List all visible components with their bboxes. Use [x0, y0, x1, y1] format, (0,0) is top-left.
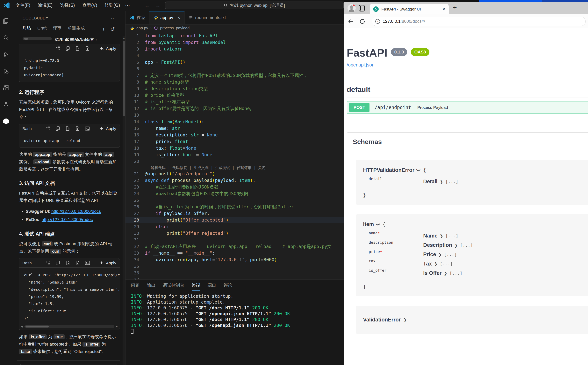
tab-problems[interactable]: 问题	[131, 282, 139, 291]
menu-goto[interactable]: 转到(G)	[102, 1, 122, 9]
menu-edit[interactable]: 编辑(E)	[35, 1, 55, 9]
save-file-icon[interactable]	[85, 46, 90, 51]
insert-into-file-icon[interactable]	[45, 126, 51, 131]
tab-chat[interactable]: 对话	[22, 25, 31, 33]
code-editor[interactable]: 1from fastapi import FastAPI2from pydant…	[125, 32, 344, 280]
panel-scrollbar[interactable]: ▲	[123, 36, 125, 365]
chevron-down-icon[interactable]: ❯	[417, 168, 421, 172]
code-line[interactable]: 32# 启动FastAPI应用程序 uvicorn app:app --relo…	[125, 243, 344, 250]
tag-default[interactable]: default	[347, 85, 588, 94]
hyperlink[interactable]: http://127.0.0.1:8000/docs	[51, 209, 101, 214]
code-line[interactable]: 30 print("Offer rejected")	[125, 230, 344, 237]
chevron-right-icon[interactable]: ❯	[444, 271, 447, 275]
code-line[interactable]: 33if __name__ == "__main__":	[125, 250, 344, 256]
code-line[interactable]: 8# name string类型	[125, 79, 344, 85]
tab-terminal[interactable]: 终端	[192, 282, 200, 291]
run-debug-icon[interactable]	[0, 65, 12, 77]
code-line[interactable]: 9# description string类型	[125, 85, 344, 92]
chevron-right-icon[interactable]: ❯	[438, 253, 442, 257]
breadcrumb[interactable]: app.py › process_payload	[125, 24, 344, 32]
insert-into-file-icon[interactable]	[55, 46, 60, 51]
source-control-icon[interactable]	[0, 49, 12, 60]
code-line[interactable]: 11# is_offer布尔类型	[125, 98, 344, 105]
menu-more-icon[interactable]: ⋯	[122, 2, 133, 8]
tab-output[interactable]: 输出	[147, 282, 155, 291]
apply-button[interactable]: Apply	[100, 261, 116, 265]
code-line[interactable]: 16 description: str = None	[125, 132, 344, 138]
code-line[interactable]: 2from pydantic import BaseModel	[125, 39, 344, 46]
close-tab-icon[interactable]: ×	[177, 15, 180, 21]
codebuddy-icon[interactable]	[0, 115, 12, 127]
run-in-terminal-icon[interactable]	[85, 260, 90, 266]
scroll-up-icon[interactable]: ▲	[123, 36, 125, 39]
collapsed-detail[interactable]: [...]	[445, 179, 458, 184]
collapsed-detail[interactable]: [...]	[445, 233, 458, 238]
code-line[interactable]: 5app = FastAPI()	[125, 59, 344, 65]
tab-debug-console[interactable]: 调试控制台	[163, 282, 184, 291]
code-line[interactable]: 3import uvicorn	[125, 46, 344, 52]
new-chat-icon[interactable]: +	[102, 26, 105, 32]
hyperlink[interactable]: http://127.0.0.1:8000/redoc	[42, 217, 93, 222]
code-line[interactable]: 4	[125, 52, 344, 59]
codelens-actions[interactable]: 解释代码 | 代码修复 | 生成文档 | 生成测试 | 代码评审 | 关闭	[125, 165, 344, 170]
tab-ports[interactable]: 端口	[208, 282, 216, 291]
extensions-icon[interactable]	[0, 82, 12, 94]
chevron-right-icon[interactable]: ❯	[440, 180, 443, 184]
code-line[interactable]: 28 print("Offer accepted")	[125, 217, 344, 223]
refresh-icon[interactable]	[359, 18, 365, 24]
code-line[interactable]: 26 #当is_offer为true的时候，打印接受offer，否则打印拒绝of…	[125, 204, 344, 210]
collapsed-detail[interactable]: [...]	[440, 261, 453, 266]
scroll-right-icon[interactable]: ▶	[116, 325, 118, 328]
save-file-icon[interactable]	[75, 260, 80, 266]
code-line[interactable]: 6	[125, 65, 344, 72]
save-file-icon[interactable]	[75, 126, 80, 131]
site-info-icon[interactable]: i	[375, 19, 380, 24]
copy-icon[interactable]	[65, 46, 70, 51]
explorer-icon[interactable]	[0, 15, 12, 27]
code-line[interactable]: 17 price: float	[125, 138, 344, 145]
terminal-output[interactable]: INFO: Waiting for application startup.IN…	[125, 291, 344, 335]
workspaces-icon[interactable]	[359, 5, 365, 12]
chevron-right-icon[interactable]: ❯	[434, 262, 438, 266]
code-line[interactable]: 18 tax: float=None	[125, 145, 344, 151]
code-line[interactable]: 21@app.post("/api/endpoint")	[125, 170, 344, 177]
run-in-terminal-icon[interactable]	[85, 126, 90, 131]
search-sidebar-icon[interactable]	[0, 32, 12, 43]
tab-app-py[interactable]: app.py ×	[149, 11, 185, 24]
new-file-icon[interactable]	[75, 46, 80, 51]
breadcrumb-file[interactable]: app.py	[136, 26, 148, 30]
tab-unittest[interactable]: 单测生成	[68, 25, 85, 33]
insert-into-file-icon[interactable]	[45, 260, 51, 266]
new-file-icon[interactable]	[65, 126, 70, 131]
new-tab-icon[interactable]: +	[453, 4, 457, 11]
code-line[interactable]: 27 if payload.is_offer:	[125, 210, 344, 217]
collapsed-detail[interactable]: [...]	[444, 252, 457, 257]
code-line[interactable]: 22async def process_payload(payload: Ite…	[125, 177, 344, 184]
breadcrumb-symbol[interactable]: process_payload	[160, 26, 189, 30]
chevron-right-icon[interactable]: ❯	[440, 234, 443, 238]
tab-comments[interactable]: 评论	[224, 282, 232, 291]
schema-model-validationerror[interactable]: ValidationError❯	[356, 306, 588, 334]
testing-icon[interactable]	[0, 99, 12, 110]
collapsed-detail[interactable]: [...]	[460, 243, 473, 248]
tab-craft[interactable]: Craft	[37, 26, 47, 33]
code-line[interactable]: 31	[125, 237, 344, 243]
code-line[interactable]: 15 name: str	[125, 125, 344, 132]
code-line[interactable]: 24 #payLoad参数将包含POST请求中的JSON数据	[125, 190, 344, 197]
code-line[interactable]: 36	[125, 270, 344, 276]
command-center-search[interactable]: 实战 python web api [管理员]	[165, 1, 344, 9]
chevron-down-icon[interactable]: ❯	[376, 223, 380, 226]
code-line[interactable]: 14class Item(BaseModel):	[125, 118, 344, 125]
tab-welcome[interactable]: 欢迎	[125, 11, 149, 24]
code-line[interactable]: 13	[125, 112, 344, 118]
code-line[interactable]: 20	[125, 158, 344, 165]
code-line[interactable]: 7# 定义一个Item类，它将用作POST请求的JSON负载的模型，它将具有以下…	[125, 72, 344, 79]
scroll-left-icon[interactable]: ◀	[21, 325, 23, 328]
code-line[interactable]: 10# price 价格类型	[125, 92, 344, 98]
new-file-icon[interactable]	[65, 260, 70, 266]
menu-file[interactable]: 文件(F)	[13, 1, 32, 9]
endpoint-post-api-endpoint[interactable]: POST /api/endpoint Process Payload	[347, 101, 588, 114]
horizontal-scrollbar[interactable]	[22, 37, 52, 40]
apply-button[interactable]: Apply	[100, 46, 116, 51]
menu-selection[interactable]: 选择(S)	[58, 1, 77, 9]
